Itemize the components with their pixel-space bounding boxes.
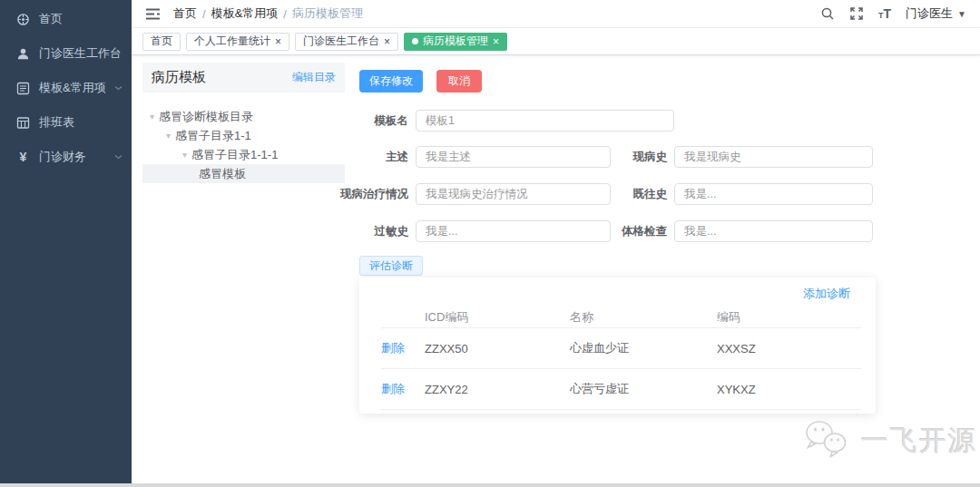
sidebar-item-label: 排班表 (39, 114, 74, 131)
close-icon[interactable]: × (384, 36, 390, 47)
cell-icd: ZZXY22 (425, 383, 570, 396)
sidebar-item-home[interactable]: 首页 (0, 2, 132, 36)
past-history-input[interactable] (674, 183, 873, 205)
cell-name: 心虚血少证 (570, 340, 717, 356)
tags-view-bar: 首页 个人工作量统计 × 门诊医生工作台 × 病历模板管理 × (132, 28, 980, 55)
breadcrumb-separator: / (283, 7, 287, 21)
table-header-row: ICD编码 名称 编码 (381, 307, 861, 328)
watermark-text: 一飞开源 (861, 423, 977, 460)
chevron-down-icon (114, 154, 122, 160)
sidebar: 首页 门诊医生工作台 模板&常用项 排班表 ¥ 门诊财务 (0, 0, 132, 483)
column-header-icd: ICD编码 (425, 309, 570, 326)
field-label-allergy-history: 过敏史 (309, 220, 408, 242)
diagnosis-table: ICD编码 名称 编码 删除 ZZXX50 心虚血少证 XXXSZ 删除 ZZX… (381, 307, 861, 410)
breadcrumb-item-templates[interactable]: 模板&常用项 (211, 5, 279, 22)
chevron-down-icon (114, 85, 122, 91)
diagnosis-card: 添加诊断 ICD编码 名称 编码 删除 ZZXX50 心虚血少证 XXXSZ 删… (359, 278, 876, 414)
breadcrumb-item-home[interactable]: 首页 (173, 5, 197, 22)
sidebar-item-schedule[interactable]: 排班表 (0, 105, 132, 140)
fullscreen-icon[interactable] (849, 6, 864, 21)
field-label-treatment-status: 现病治疗情况 (309, 183, 408, 205)
save-button[interactable]: 保存修改 (359, 70, 423, 93)
schedule-table-icon (16, 116, 30, 130)
field-label-past-history: 既往史 (567, 183, 667, 205)
sidebar-item-label: 首页 (39, 11, 63, 27)
field-label-template-name: 模板名 (309, 110, 408, 131)
add-diagnosis-link[interactable]: 添加诊断 (803, 286, 850, 302)
tree-caret-icon[interactable]: ▾ (150, 112, 154, 122)
tag-template-manage-active[interactable]: 病历模板管理 × (404, 33, 507, 51)
cell-name: 心营亏虚证 (570, 381, 717, 397)
field-label-present-illness: 现病史 (567, 146, 667, 168)
breadcrumb-item-current: 病历模板管理 (292, 5, 363, 22)
delete-row-link[interactable]: 删除 (381, 341, 405, 355)
cancel-button[interactable]: 取消 (436, 70, 482, 93)
breadcrumb: 首页 / 模板&常用项 / 病历模板管理 (173, 5, 363, 22)
table-row: 删除 ZZXX50 心虚血少证 XXXSZ (381, 328, 861, 369)
hamburger-icon[interactable] (145, 7, 161, 21)
tree-node-label: 感冒模板 (199, 166, 246, 182)
page-content: 病历模板 编辑目录 ▾ 感冒诊断模板目录 ▾ 感冒子目录1-1 ▾ 感冒子目录1… (132, 56, 980, 480)
sidebar-item-doctor-workbench[interactable]: 门诊医生工作台 (0, 36, 132, 71)
search-icon[interactable] (820, 6, 835, 21)
watermark-logo: 一飞开源 (801, 417, 977, 464)
tree-panel-header: 病历模板 编辑目录 (142, 63, 345, 93)
tree-node-label: 感冒诊断模板目录 (159, 109, 253, 125)
finance-yen-icon: ¥ (16, 151, 30, 164)
column-header-code: 编码 (717, 309, 861, 326)
active-dot (412, 38, 418, 44)
main-area: 首页 / 模板&常用项 / 病历模板管理 TT 门诊医生 ▼ 首页 个人工作量统… (132, 0, 980, 483)
tag-home[interactable]: 首页 (142, 33, 181, 51)
breadcrumb-separator: / (202, 7, 206, 21)
user-dropdown[interactable]: 门诊医生 ▼ (906, 5, 966, 22)
cell-icd: ZZXX50 (425, 342, 570, 356)
field-label-chief-complaint: 主述 (309, 146, 408, 168)
chat-bubbles-icon (801, 417, 854, 464)
tag-doctor-workbench[interactable]: 门诊医生工作台 × (295, 33, 398, 51)
dashboard-icon (16, 13, 30, 26)
top-navbar: 首页 / 模板&常用项 / 病历模板管理 TT 门诊医生 ▼ (132, 0, 980, 28)
present-illness-input[interactable] (674, 146, 873, 168)
column-header-name: 名称 (570, 309, 717, 326)
tree-node-label: 感冒子目录1-1 (175, 128, 251, 144)
template-name-input[interactable] (416, 110, 674, 131)
cell-code: XYKXZ (717, 383, 861, 396)
tree-caret-icon[interactable]: ▾ (182, 150, 187, 160)
table-row: 删除 ZZXY22 心营亏虚证 XYKXZ (381, 369, 861, 410)
tag-label: 门诊医生工作台 (303, 34, 379, 49)
close-icon[interactable]: × (493, 36, 499, 47)
close-icon[interactable]: × (275, 36, 281, 47)
panel-title: 病历模板 (152, 69, 206, 86)
cell-code: XXXSZ (717, 342, 861, 356)
tag-personal-stats[interactable]: 个人工作量统计 × (186, 33, 289, 51)
sidebar-item-label: 门诊财务 (39, 149, 86, 165)
sidebar-item-label: 模板&常用项 (39, 80, 106, 96)
sidebar-item-finance[interactable]: ¥ 门诊财务 (0, 140, 132, 174)
tag-label: 病历模板管理 (423, 34, 488, 49)
user-name: 门诊医生 (906, 5, 953, 22)
navbar-right-tools: TT 门诊医生 ▼ (820, 5, 966, 22)
field-label-physical-exam: 体格检查 (567, 220, 667, 242)
physical-exam-input[interactable] (674, 220, 873, 242)
sidebar-nav: 首页 门诊医生工作台 模板&常用项 排班表 ¥ 门诊财务 (0, 0, 132, 174)
font-size-icon[interactable]: TT (878, 6, 891, 21)
window-bottom-edge (0, 483, 980, 487)
sidebar-item-templates[interactable]: 模板&常用项 (0, 71, 132, 105)
tab-assessment-diagnosis[interactable]: 评估诊断 (359, 256, 423, 276)
sidebar-item-label: 门诊医生工作台 (39, 45, 122, 62)
template-list-icon (16, 82, 30, 95)
edit-directory-link[interactable]: 编辑目录 (292, 70, 336, 85)
doctor-workbench-icon (16, 47, 30, 61)
tag-label: 个人工作量统计 (194, 34, 270, 49)
caret-down-icon: ▼ (957, 9, 966, 19)
delete-row-link[interactable]: 删除 (381, 382, 405, 395)
tree-node-label: 感冒子目录1-1-1 (191, 147, 278, 163)
tree-caret-icon[interactable]: ▾ (166, 131, 171, 141)
tag-label: 首页 (151, 34, 172, 49)
